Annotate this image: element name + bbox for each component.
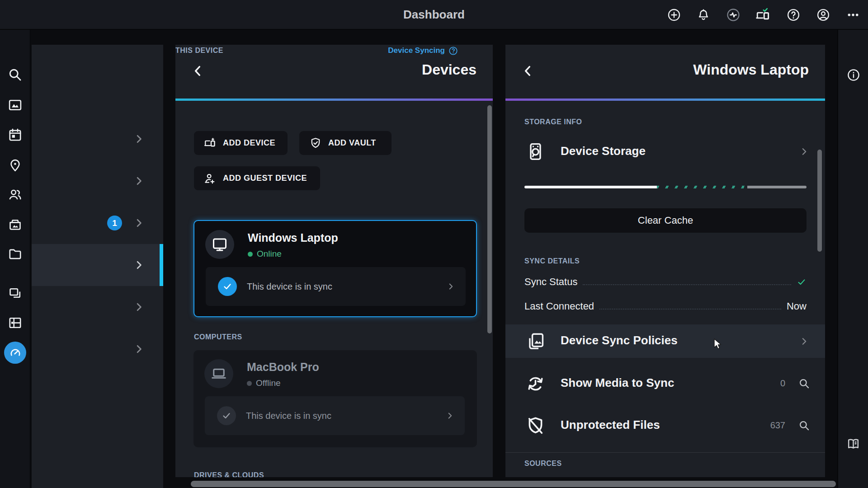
devices-panel: Devices ADD DEVICE ADD VAULT ADD GUEST D… xyxy=(175,45,493,477)
add-circle-icon[interactable] xyxy=(667,8,681,22)
sync-status-kv-row: Sync Status xyxy=(524,270,807,291)
devices-synced-icon[interactable] xyxy=(755,7,771,23)
device-sync-policies-row[interactable]: Device Sync Policies xyxy=(505,324,825,358)
devices-header: Devices xyxy=(175,45,493,99)
detail-panel-scrollbar[interactable] xyxy=(817,150,822,252)
nav-row-1[interactable] xyxy=(32,118,163,160)
this-device-card[interactable]: Windows Laptop Online This device is in … xyxy=(193,220,477,317)
detail-header: Windows Laptop xyxy=(505,45,825,99)
reference-book-icon[interactable] xyxy=(846,436,861,451)
albums-icon[interactable] xyxy=(8,217,23,232)
add-device-label: ADD DEVICE xyxy=(223,138,275,148)
detail-panel-title: Windows Laptop xyxy=(693,61,809,78)
device-storage-row[interactable]: Device Storage xyxy=(505,133,825,169)
collections-icon[interactable] xyxy=(8,286,23,301)
sync-status-row[interactable]: This device is in sync xyxy=(206,267,466,306)
people-icon[interactable] xyxy=(8,187,23,202)
computer-device-card[interactable]: MacBook Pro Offline This device is in sy… xyxy=(193,350,477,447)
notifications-bell-icon[interactable] xyxy=(697,8,710,22)
activity-pulse-icon[interactable] xyxy=(726,8,740,22)
check-circle-icon xyxy=(218,277,237,296)
device-name: Windows Laptop xyxy=(248,231,338,244)
hard-drive-icon xyxy=(525,141,546,162)
add-guest-label: ADD GUEST DEVICE xyxy=(223,174,307,183)
nav-row-6[interactable] xyxy=(32,328,163,370)
sync-status-row[interactable]: This device is in sync xyxy=(205,396,465,435)
unprotected-files-count: 637 xyxy=(770,420,785,431)
status-dot xyxy=(247,381,252,386)
chevron-right-icon xyxy=(133,301,145,313)
clear-cache-button[interactable]: Clear Cache xyxy=(524,208,807,233)
header-gradient-bar xyxy=(175,99,493,101)
sync-clock-icon xyxy=(525,374,546,394)
dashboard-gauge-icon xyxy=(9,346,22,360)
folders-icon[interactable] xyxy=(8,247,23,262)
back-button[interactable] xyxy=(521,64,535,78)
show-media-label: Show Media to Sync xyxy=(561,376,674,390)
chevron-right-icon xyxy=(798,336,810,347)
add-device-icon xyxy=(204,137,217,150)
dotted-leader xyxy=(599,309,781,310)
sync-message: This device is in sync xyxy=(247,282,446,292)
nav-row-3[interactable]: 1 xyxy=(32,202,163,244)
count-badge: 1 xyxy=(107,216,122,230)
unprotected-files-row[interactable]: Unprotected Files 637 xyxy=(505,409,825,442)
dashboard-gauge-active[interactable] xyxy=(4,342,26,364)
more-ellipsis-icon[interactable] xyxy=(846,8,860,22)
computers-section-label: COMPUTERS xyxy=(194,333,242,341)
map-pin-icon[interactable] xyxy=(8,158,23,173)
chevron-right-icon xyxy=(798,146,810,157)
quick-nav-panel: 1 xyxy=(32,45,163,488)
last-connected-label: Last Connected xyxy=(524,300,594,312)
add-device-button[interactable]: ADD DEVICE xyxy=(194,131,288,155)
horizontal-scrollbar[interactable] xyxy=(191,481,836,487)
top-bar: Dashboard xyxy=(0,0,868,30)
search-icon[interactable] xyxy=(8,67,23,82)
chevron-right-icon xyxy=(445,411,455,421)
sync-status-label: Sync Status xyxy=(524,276,577,288)
search-icon xyxy=(798,378,810,389)
dotted-leader xyxy=(583,284,791,285)
chevron-right-icon xyxy=(133,217,145,229)
show-media-to-sync-row[interactable]: Show Media to Sync 0 xyxy=(505,367,825,400)
checkmark-icon xyxy=(797,277,807,287)
chevron-right-icon xyxy=(133,175,145,187)
status-dot xyxy=(248,252,253,257)
device-sync-policies-label: Device Sync Policies xyxy=(561,333,678,347)
nav-row-2[interactable] xyxy=(32,160,163,202)
back-button[interactable] xyxy=(191,64,205,78)
shield-slash-icon xyxy=(525,416,546,436)
last-connected-value: Now xyxy=(787,300,807,312)
layout-grid-icon[interactable] xyxy=(8,315,23,330)
header-gradient-bar xyxy=(505,99,825,101)
app-window: Dashboard xyxy=(0,0,868,488)
person-plus-icon xyxy=(204,172,217,185)
laptop-icon xyxy=(204,359,233,388)
info-circle-icon[interactable] xyxy=(847,68,860,82)
nav-row-4-selected[interactable] xyxy=(32,244,163,286)
chevron-right-icon xyxy=(133,133,145,145)
nav-row-5[interactable] xyxy=(32,286,163,328)
device-name: MacBook Pro xyxy=(247,361,319,374)
devices-panel-scrollbar[interactable] xyxy=(487,105,492,333)
device-status: Online xyxy=(248,249,282,259)
add-guest-device-button[interactable]: ADD GUEST DEVICE xyxy=(194,166,320,190)
status-text: Online xyxy=(257,249,282,259)
page-title: Dashboard xyxy=(344,0,524,29)
calendar-icon[interactable] xyxy=(8,127,23,142)
sync-message: This device is in sync xyxy=(246,411,445,421)
left-icon-rail xyxy=(0,30,30,488)
search-icon xyxy=(798,420,810,432)
last-connected-kv-row: Last Connected Now xyxy=(524,294,807,315)
check-circle-icon xyxy=(217,406,236,425)
photos-icon[interactable] xyxy=(8,98,23,113)
chevron-right-icon xyxy=(133,259,145,271)
device-storage-label: Device Storage xyxy=(561,144,646,158)
unprotected-files-label: Unprotected Files xyxy=(561,418,660,432)
show-media-count: 0 xyxy=(780,378,785,389)
add-vault-button[interactable]: ADD VAULT xyxy=(299,131,392,155)
account-circle-icon[interactable] xyxy=(816,8,830,22)
chevron-right-icon xyxy=(133,343,145,355)
shield-check-icon xyxy=(309,137,322,150)
help-circle-icon[interactable] xyxy=(787,8,800,22)
